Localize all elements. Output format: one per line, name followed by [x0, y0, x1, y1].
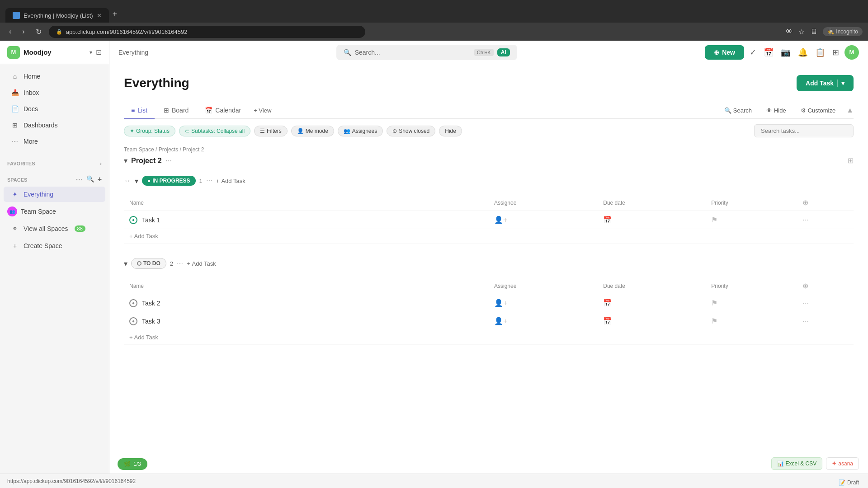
task3-more[interactable]: ⋯	[797, 312, 854, 330]
to-do-add-task[interactable]: + Add Task	[187, 260, 216, 267]
filters-icon: ☰	[260, 128, 265, 134]
sidebar-item-more[interactable]: ⋯ More	[4, 134, 105, 149]
notification-icon[interactable]: 🔔	[798, 47, 808, 57]
workspace-dropdown-icon[interactable]: ▾	[90, 49, 92, 56]
inbox-icon: 📥	[11, 89, 19, 97]
task1-more[interactable]: ⋯	[797, 211, 854, 229]
task2-assignee[interactable]: 👤+	[489, 294, 598, 312]
tab-calendar[interactable]: 📅 Calendar	[198, 102, 248, 119]
task1-due-date[interactable]: 📅	[598, 211, 706, 229]
group-status-filter[interactable]: ✦ Group: Status	[124, 126, 175, 136]
task3-due-date[interactable]: 📅	[598, 312, 706, 330]
task2-name[interactable]: Task 2	[142, 300, 160, 307]
excel-csv-badge[interactable]: 📊 Excel & CSV	[771, 457, 823, 470]
add-task-todo-cell[interactable]: + Add Task	[124, 330, 854, 345]
calendar-topbar-icon[interactable]: 📅	[764, 47, 774, 57]
forward-button[interactable]: ›	[19, 26, 28, 38]
device-icon[interactable]: 🖥	[810, 28, 817, 36]
task3-priority[interactable]: ⚑	[706, 312, 797, 330]
sidebar-toggle-button[interactable]: ⊡	[96, 48, 102, 56]
spaces-add-icon[interactable]: +	[98, 175, 102, 184]
task3-more-dots[interactable]: ⋯	[802, 318, 809, 325]
grid-apps-icon[interactable]: ⊞	[832, 47, 839, 57]
sidebar-item-create-space[interactable]: + Create Space	[4, 238, 105, 253]
task2-more-dots[interactable]: ⋯	[802, 300, 809, 307]
customize-action[interactable]: ⚙ Customize	[797, 105, 839, 116]
add-task-row-in-progress[interactable]: + Add Task	[124, 229, 854, 244]
subtasks-filter[interactable]: ⊂ Subtasks: Collapse all	[179, 126, 250, 136]
task2-priority[interactable]: ⚑	[706, 294, 797, 312]
task2-more[interactable]: ⋯	[797, 294, 854, 312]
board-tab-icon: ⊞	[164, 107, 169, 114]
sidebar-item-dashboards[interactable]: ⊞ Dashboards	[4, 117, 105, 133]
sidebar-item-docs[interactable]: 📄 Docs	[4, 101, 105, 117]
to-do-menu[interactable]: ⋯	[177, 260, 183, 267]
draft-icon: 📝	[839, 479, 845, 486]
back-button[interactable]: ‹	[5, 26, 15, 38]
favorites-expand-icon[interactable]: ›	[100, 161, 102, 166]
new-tab-button[interactable]: +	[109, 6, 121, 23]
add-task-row-todo[interactable]: + Add Task	[124, 330, 854, 345]
project-collapse-chevron[interactable]: ▾	[124, 156, 127, 165]
collapse-button[interactable]: ▲	[846, 106, 854, 114]
task1-more-dots[interactable]: ⋯	[802, 216, 809, 224]
topbar-search-bar[interactable]: 🔍 Search... Ctrl+K AI	[336, 45, 517, 60]
task3-checkbox[interactable]: ●	[129, 317, 137, 325]
search-action[interactable]: 🔍 Search	[721, 105, 755, 116]
bookmark-icon[interactable]: ☆	[798, 28, 805, 36]
user-avatar[interactable]: M	[844, 45, 859, 60]
col-add-header[interactable]: ⊕	[797, 195, 854, 211]
video-icon[interactable]: 📷	[781, 47, 791, 57]
checkmark-icon[interactable]: ✓	[750, 47, 756, 57]
filters-button[interactable]: ☰ Filters	[254, 126, 288, 136]
url-bar[interactable]: 🔒 app.clickup.com/9016164592/v/l/t/90161…	[49, 26, 365, 38]
project-grid-icon[interactable]: ⊞	[848, 156, 854, 165]
ai-badge[interactable]: AI	[497, 48, 510, 56]
sidebar-item-inbox[interactable]: 📥 Inbox	[4, 85, 105, 100]
add-task-button-top[interactable]: Add Task ▾	[797, 75, 854, 91]
in-progress-badge[interactable]: ● IN PROGRESS	[142, 176, 196, 186]
tab-board[interactable]: ⊞ Board	[156, 102, 196, 119]
status-pill[interactable]: 🌿 1/3	[118, 458, 147, 470]
task1-name[interactable]: Task 1	[142, 216, 160, 224]
add-column-button[interactable]: ⊕	[802, 199, 808, 206]
reload-button[interactable]: ↻	[32, 26, 45, 38]
spaces-more-icon[interactable]: ⋯	[75, 175, 83, 184]
new-button[interactable]: ⊕ New	[705, 45, 744, 60]
task2-checkbox[interactable]: ●	[129, 299, 137, 307]
col-add-header-todo[interactable]: ⊕	[797, 278, 854, 294]
me-mode-filter[interactable]: 👤 Me mode	[291, 126, 334, 136]
assignees-filter[interactable]: 👥 Assignees	[338, 126, 383, 136]
add-view-button[interactable]: + View	[254, 107, 271, 114]
active-tab[interactable]: Everything | Moodjoy (List) ✕	[5, 8, 109, 23]
spaces-search-icon[interactable]: 🔍	[86, 175, 94, 184]
add-task-cell[interactable]: + Add Task	[124, 229, 854, 244]
task3-name[interactable]: Task 3	[142, 318, 160, 325]
tab-close-button[interactable]: ✕	[97, 12, 102, 19]
show-closed-filter[interactable]: ⊙ Show closed	[387, 126, 435, 136]
hide-action[interactable]: 👁 Hide	[763, 105, 790, 116]
task1-checkbox[interactable]: ●	[129, 216, 137, 224]
to-do-badge[interactable]: TO DO	[131, 258, 166, 269]
in-progress-menu[interactable]: ⋯	[206, 177, 212, 184]
sidebar-item-everything[interactable]: ✦ Everything	[4, 187, 105, 202]
tab-list[interactable]: ≡ List	[124, 102, 155, 119]
sidebar-item-team-space[interactable]: 👥 Team Space	[0, 204, 109, 219]
inbox-label: Inbox	[24, 89, 39, 96]
task3-assignee[interactable]: 👤+	[489, 312, 598, 330]
spaces-actions: ⋯ 🔍 +	[75, 175, 102, 184]
add-column-button-todo[interactable]: ⊕	[802, 282, 808, 290]
sidebar-item-home[interactable]: ⌂ Home	[4, 69, 105, 84]
to-do-collapse[interactable]: ▾	[124, 259, 127, 268]
task2-due-date[interactable]: 📅	[598, 294, 706, 312]
asana-badge[interactable]: ✦ asana	[826, 457, 859, 470]
project-menu-button[interactable]: ⋯	[165, 157, 172, 164]
task1-priority[interactable]: ⚑	[706, 211, 797, 229]
task1-assignee[interactable]: 👤+	[489, 211, 598, 229]
in-progress-add-task[interactable]: + Add Task	[216, 178, 245, 184]
sidebar-item-view-all-spaces[interactable]: ⚭ View all Spaces 88	[4, 221, 105, 236]
search-tasks-input[interactable]	[754, 124, 854, 137]
hide-filter[interactable]: Hide	[439, 126, 462, 136]
file-icon[interactable]: 📋	[815, 47, 825, 57]
in-progress-collapse[interactable]: ▾	[135, 177, 138, 185]
